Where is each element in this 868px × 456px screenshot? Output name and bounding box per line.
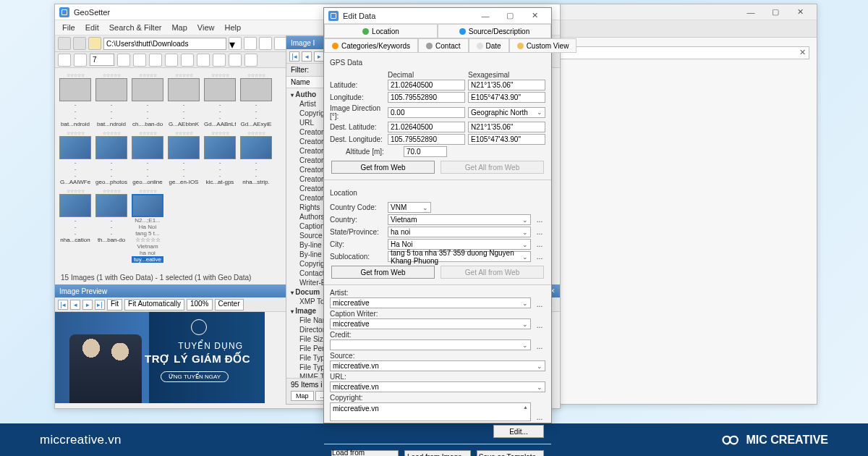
thumbnail[interactable]: ☆☆☆☆☆---geo...online xyxy=(132,130,163,185)
menu-file[interactable]: File xyxy=(58,22,80,33)
thumbnail[interactable]: ☆☆☆☆☆---th...ban-do xyxy=(95,188,127,263)
zoom-select[interactable]: 100% xyxy=(187,299,213,311)
edit-button[interactable]: Edit... xyxy=(493,425,544,438)
bg-max-button[interactable]: ▢ xyxy=(763,5,788,20)
t2-j[interactable] xyxy=(229,54,242,67)
tab-location[interactable]: Location xyxy=(324,24,438,38)
menu-search[interactable]: Search & Filter xyxy=(105,22,166,33)
tab-source-desc[interactable]: Source/Description xyxy=(438,24,551,38)
thumbnail[interactable]: ☆☆☆☆☆---nha...cation xyxy=(59,188,91,263)
thumbnail[interactable]: ☆☆☆☆☆---Gd...AExyiE xyxy=(240,72,272,127)
tool-a[interactable] xyxy=(244,37,257,50)
t2-c[interactable] xyxy=(117,54,130,67)
subloc-more[interactable]: ... xyxy=(534,253,545,261)
center-select[interactable]: Center xyxy=(215,299,244,311)
dlg-max[interactable]: ▢ xyxy=(498,9,522,23)
dlon-dec[interactable]: 105.79552890 xyxy=(388,134,465,145)
load-template-button[interactable]: Load from Template... xyxy=(331,450,399,456)
state-more[interactable]: ... xyxy=(534,228,545,236)
thumbnail[interactable]: ☆☆☆☆☆---Gd...AABnLf xyxy=(204,72,236,127)
subloc-select[interactable]: tang 5 toa nha 357 359 duong Nguyen Khan… xyxy=(388,251,531,262)
t2-a[interactable] xyxy=(58,54,71,67)
t2-h[interactable] xyxy=(197,54,210,67)
menu-view[interactable]: View xyxy=(193,22,219,33)
bg-close-button[interactable]: ✕ xyxy=(788,5,812,20)
dlat-dec[interactable]: 21.02640500 xyxy=(388,122,465,132)
back-button[interactable] xyxy=(58,37,71,50)
country-more[interactable]: ... xyxy=(534,216,545,224)
preview-image: TUYỂN DỤNG TRỢ LÝ GIÁM ĐỐC ỨNG TUYỂN NGA… xyxy=(55,312,265,403)
t2-d[interactable] xyxy=(133,54,146,67)
footer-brand: MIC CREATIVE xyxy=(718,432,828,448)
drop-icon[interactable]: ▾ xyxy=(229,37,242,50)
t2-f[interactable] xyxy=(165,54,178,67)
state-select[interactable]: ha noi xyxy=(388,227,531,237)
tab-categories[interactable]: Categories/Keywords xyxy=(324,38,418,53)
thumbnail[interactable]: ☆☆☆☆☆---nha...strip. xyxy=(240,130,272,185)
t2-g[interactable] xyxy=(181,54,194,67)
mi-first[interactable]: |◂ xyxy=(289,51,299,62)
lat-sex-input[interactable]: N21°1'35.06" xyxy=(468,80,545,90)
thumbnail[interactable]: ☆☆☆☆☆---ch....ban-do xyxy=(132,72,163,127)
first-icon[interactable]: |◂ xyxy=(58,300,68,310)
tab-map[interactable]: Map xyxy=(291,391,314,401)
menu-edit[interactable]: Edit xyxy=(81,22,103,33)
thumbnail[interactable]: ☆☆☆☆☆---G...AEbbnK xyxy=(168,72,200,127)
artist-input[interactable]: miccreative xyxy=(330,297,531,308)
dlon-sex[interactable]: E105°47'43.90" xyxy=(468,134,545,145)
thumbnail[interactable]: ☆☆☆☆☆---G...AAlWFe xyxy=(59,130,91,185)
t2-b[interactable] xyxy=(74,54,87,67)
copyright-input[interactable]: miccreative.vn xyxy=(330,402,531,421)
t2-k[interactable] xyxy=(244,54,258,67)
tab-custom-view[interactable]: Custom View xyxy=(509,38,577,53)
spin-input[interactable] xyxy=(90,54,114,66)
lon-sex-input[interactable]: E105°47'43.90" xyxy=(468,92,545,103)
lat-dec-input[interactable]: 21.02640500 xyxy=(388,80,465,90)
menu-map[interactable]: Map xyxy=(167,22,191,33)
thumbnail[interactable]: ☆☆☆☆☆---bat...ndroid xyxy=(95,72,127,127)
clear-icon[interactable]: ✕ xyxy=(799,48,806,57)
tool-b[interactable] xyxy=(259,37,272,50)
path-input[interactable] xyxy=(103,38,226,50)
credit-input[interactable] xyxy=(330,339,531,350)
thumbnail[interactable]: ☆☆☆☆☆---geo...photos xyxy=(95,130,127,185)
caption-writer-input[interactable]: miccreative xyxy=(330,318,531,329)
lon-dec-input[interactable]: 105.79552890 xyxy=(388,92,465,103)
source-input[interactable]: miccreative.vn xyxy=(330,360,545,371)
mi-prev[interactable]: ◂ xyxy=(302,51,312,62)
t2-i[interactable] xyxy=(213,54,226,67)
mi-next[interactable]: ▸ xyxy=(314,51,324,62)
next-icon[interactable]: ▸ xyxy=(82,300,93,310)
city-more[interactable]: ... xyxy=(534,240,545,248)
dir-ref-select[interactable]: Geographic North xyxy=(468,107,545,118)
get-from-web-button[interactable]: Get from Web xyxy=(331,161,435,174)
prev-icon[interactable]: ◂ xyxy=(70,300,80,310)
menu-help[interactable]: Help xyxy=(221,22,246,33)
brand-logo-icon xyxy=(191,319,207,335)
t2-e[interactable] xyxy=(149,54,162,67)
country-code-select[interactable]: VNM xyxy=(388,202,431,213)
folder-open-icon[interactable] xyxy=(88,37,101,50)
bg-min-button[interactable]: — xyxy=(739,5,763,20)
dlg-close[interactable]: ✕ xyxy=(522,9,547,23)
dir-input[interactable]: 0.00 xyxy=(388,107,465,118)
artist-more[interactable]: ... xyxy=(534,300,545,308)
tab-contact[interactable]: Contact xyxy=(418,38,468,53)
alt-input[interactable]: 70.0 xyxy=(404,146,447,157)
last-icon[interactable]: ▸| xyxy=(95,300,105,310)
loc-get-web-button[interactable]: Get from Web xyxy=(331,266,435,279)
fit-auto-select[interactable]: Fit Automatically xyxy=(124,299,184,311)
thumbnail[interactable]: ☆☆☆☆☆---kic...at-gps xyxy=(204,130,236,185)
thumbnail[interactable]: ☆☆☆☆☆N2...;E1...Ha Noitang 5 t...☆☆☆☆☆Vi… xyxy=(132,188,163,263)
dlg-min[interactable]: — xyxy=(473,9,498,23)
thumbnail[interactable]: ☆☆☆☆☆---bat...ndroid xyxy=(59,72,91,127)
tab-date[interactable]: Date xyxy=(469,38,509,53)
dlat-sex[interactable]: N21°1'35.06" xyxy=(468,122,545,132)
country-select[interactable]: Vietnam xyxy=(388,214,531,225)
load-image-button[interactable]: Load from Image... xyxy=(404,450,472,456)
fit-select[interactable]: Fit xyxy=(107,299,122,311)
save-template-button[interactable]: Save as Template... xyxy=(477,450,544,456)
fwd-button[interactable] xyxy=(73,37,86,50)
url-input[interactable]: miccreative.vn xyxy=(330,381,545,392)
thumbnail[interactable]: ☆☆☆☆☆---ge...en-IOS xyxy=(168,130,200,185)
